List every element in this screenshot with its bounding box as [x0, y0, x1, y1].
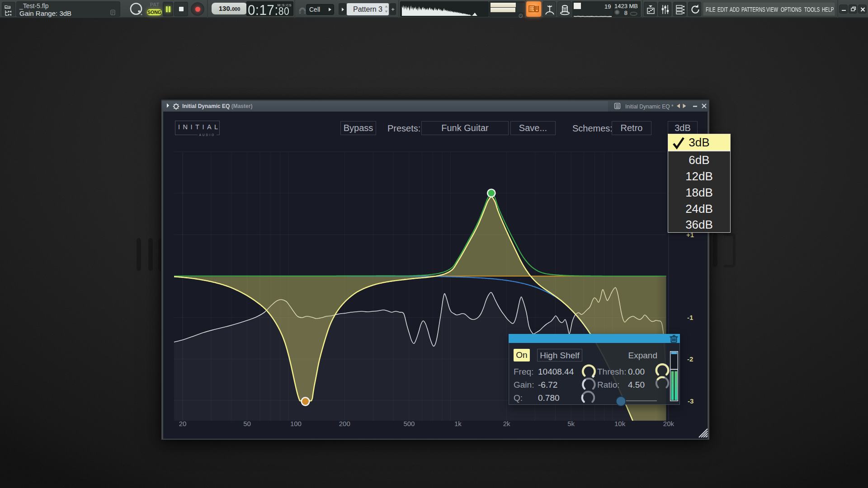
svg-text:500: 500 — [403, 420, 415, 427]
svg-text:-2: -2 — [687, 355, 693, 363]
svg-text:20k: 20k — [663, 420, 675, 427]
svg-text:5k: 5k — [567, 420, 575, 427]
svg-text:200: 200 — [339, 420, 350, 427]
svg-text:10k: 10k — [614, 420, 626, 427]
svg-text:1k: 1k — [454, 420, 462, 427]
svg-text:2k: 2k — [503, 420, 510, 427]
svg-text:50: 50 — [243, 420, 251, 427]
svg-text:100: 100 — [290, 420, 302, 427]
svg-text:-3: -3 — [688, 397, 693, 405]
svg-text:-1: -1 — [687, 314, 693, 321]
svg-text:20: 20 — [179, 420, 187, 427]
